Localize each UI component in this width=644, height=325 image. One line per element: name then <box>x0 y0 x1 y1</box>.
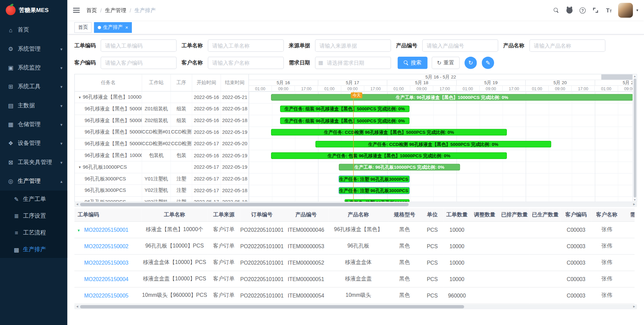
scroll-down-icon[interactable]: ▼ <box>633 198 636 201</box>
work-order-link[interactable]: MO202205150002 <box>84 243 128 249</box>
breadcrumb-item[interactable]: 生产管理 <box>105 7 126 14</box>
sidebar-item-fixture-management[interactable]: ⊠ 工装夹具管理 ▾ <box>0 153 67 172</box>
expand-icon[interactable]: ▾ <box>77 228 84 232</box>
sidebar-item-home[interactable]: ⌂ 首页 <box>0 20 67 39</box>
gantt-task-row[interactable]: 96孔移液盒【黑色】5000PCS Z02组装机 组装 2022-05-16 2… <box>75 115 249 127</box>
hamburger-icon[interactable] <box>73 10 80 10</box>
search-icon[interactable] <box>553 7 560 14</box>
gantt-bar-task[interactable]: 生产任务: 组装 96孔移液盒【黑色】5000PCS 完成比例: 0% <box>280 117 410 124</box>
search-button[interactable]: 搜索 <box>397 57 427 69</box>
sidebar-item-warehouse-management[interactable]: ▦ 仓储管理 ▾ <box>0 115 67 134</box>
table-header-12[interactable]: 客户编码 <box>560 208 591 221</box>
gantt-bar-task[interactable]: 生产任务: 注塑 96孔孔板3000PCS 完成比例: 0% <box>339 176 409 182</box>
collapse-icon[interactable]: ▾ <box>79 165 81 169</box>
sidebar-item-system-tools[interactable]: ⊞ 系统工具 ▾ <box>0 77 67 96</box>
customer-name-input[interactable] <box>208 57 284 69</box>
chevron-down-icon[interactable]: ▾ <box>636 8 638 12</box>
sidebar-item-system-management[interactable]: ⚙ 系统管理 ▾ <box>0 40 67 58</box>
gantt-task-row[interactable]: 96孔孔板3000PCS Y03注塑机 注塑 2022-05-17 2022-0… <box>75 197 249 202</box>
github-icon[interactable] <box>566 7 573 14</box>
sidebar-item-equipment-management[interactable]: ❖ 设备管理 ▾ <box>0 134 67 153</box>
gantt-bar-task[interactable]: 生产任务: 注塑 96孔孔板3000PCS 完成比例: 0% <box>339 187 409 194</box>
work-order-name-input[interactable] <box>208 40 284 52</box>
gantt-task-row[interactable]: ▾96孔移液盒【黑色】10000PCS 2022-05-16 2022-05-2… <box>75 92 249 103</box>
table-horizontal-scrollbar[interactable]: ◄ ► <box>74 304 637 309</box>
app-logo[interactable]: 苦糖果MES <box>0 0 67 20</box>
breadcrumb-item[interactable]: 首页 <box>86 7 97 14</box>
sidebar-item-production-management[interactable]: ◎ 生产管理 ▴ <box>0 172 67 191</box>
table-cell: PCS <box>421 271 443 287</box>
gantt-task-row[interactable]: 96孔孔板3000PCS Y01注塑机 注塑 2022-05-17 2022-0… <box>75 173 249 185</box>
reset-button[interactable]: ↻重置 <box>432 57 460 69</box>
gantt-bar-task[interactable]: 生产任务: CCD检测 96孔移液盒【黑色】5000PCS 完成比例: 0% <box>271 129 507 136</box>
sidebar-item-production-scheduling[interactable]: ▩ 生产排产 <box>0 241 67 258</box>
product-code-input[interactable] <box>422 40 498 52</box>
tab-home[interactable]: 首页 <box>74 22 92 33</box>
table-cell: ITEM00000052 <box>283 254 329 271</box>
collapse-icon[interactable]: ▾ <box>79 95 81 99</box>
table-header-4[interactable]: 产品编号 <box>283 208 329 221</box>
product-name-input[interactable] <box>529 40 605 52</box>
table-header-11[interactable]: 已生产数量 <box>530 208 561 221</box>
table-header-3[interactable]: 订单编号 <box>240 208 283 221</box>
work-order-link[interactable]: MO202205150001 <box>84 226 128 232</box>
scroll-up-icon[interactable]: ▲ <box>633 75 636 78</box>
table-header-13[interactable]: 客户名称 <box>591 208 622 221</box>
scroll-right-icon[interactable]: ► <box>633 305 636 308</box>
edit-circle-button[interactable]: ✎ <box>482 57 494 69</box>
filter-field-product-code: 产品编号 <box>396 40 498 52</box>
table-header-2[interactable]: 工单来源 <box>207 208 240 221</box>
table-header-7[interactable]: 单位 <box>421 208 443 221</box>
filter-label: 客户编码 <box>74 59 96 66</box>
work-order-link[interactable]: MO202205150003 <box>84 259 128 265</box>
demand-date-input[interactable] <box>315 57 391 69</box>
gantt-bar-order[interactable]: 生产工单: 96孔孔板10000PCS 完成比例: 0% <box>339 164 460 171</box>
gantt-task-row[interactable]: 96孔移液盒【黑色】10000PCS 包装机 包装 2022-05-16 202… <box>75 150 249 162</box>
gantt-task-row[interactable]: 96孔移液盒【黑色】5000PCS CCD检测#02 CCD检测 2022-05… <box>75 138 249 150</box>
scroll-left-icon[interactable]: ◄ <box>75 305 79 308</box>
sidebar-item-process-settings[interactable]: ≣ 工序设置 <box>0 207 67 224</box>
scrollbar-thumb[interactable] <box>80 203 409 206</box>
sidebar-item-process-flow[interactable]: ≡ 工艺流程 <box>0 224 67 241</box>
sidebar-item-master-data[interactable]: ▤ 主数据 ▾ <box>0 96 67 115</box>
table-header-10[interactable]: 已排产数量 <box>499 208 530 221</box>
gantt-task-row[interactable]: 96孔移液盒【黑色】5000PCS CCD检测#01 CCD检测 2022-05… <box>75 126 249 138</box>
work-order-code-input[interactable] <box>101 40 177 52</box>
table-header-0[interactable]: 工单编码 <box>74 208 142 221</box>
scrollbar-thumb[interactable] <box>80 305 464 308</box>
scrollbar-thumb[interactable] <box>634 78 636 198</box>
timeline-hour-label: 09:00 <box>618 86 632 92</box>
work-order-link[interactable]: MO202205150005 <box>84 292 128 298</box>
gantt-vertical-scrollbar[interactable]: ▲ ▼ <box>633 74 637 202</box>
font-size-icon[interactable]: TT <box>605 7 612 14</box>
table-header-6[interactable]: 规格型号 <box>388 208 421 221</box>
help-icon[interactable]: ? <box>579 7 586 14</box>
gantt-task-row[interactable]: ▾96孔孔板10000PCS 2022-05-17 2022-05-19 <box>75 162 249 173</box>
sidebar-item-production-work-order[interactable]: ✎ 生产工单 <box>0 191 67 207</box>
table-header-8[interactable]: 工单数量 <box>443 208 470 221</box>
sidebar-item-system-monitor[interactable]: ▣ 系统监控 ▾ <box>0 58 67 77</box>
tab-production-scheduling[interactable]: 生产排产 × <box>94 22 132 33</box>
refresh-circle-button[interactable]: ↻ <box>465 57 477 69</box>
gantt-bar-order[interactable]: 生产工单: 96孔移液盒【黑色】10000PCS 完成比例: 0% <box>271 94 633 101</box>
start-time-cell: 2022-05-17 <box>192 138 221 150</box>
gantt-bar-task[interactable]: 生产任务: CCD检测 96孔移液盒【黑色】5000PCS 完成比例: 0% <box>315 141 551 148</box>
table-header-14[interactable]: 需求日期 <box>622 208 635 221</box>
customer-code-input[interactable] <box>101 57 177 69</box>
source-document-input[interactable] <box>315 40 391 52</box>
work-order-link[interactable]: MO202205150004 <box>84 276 128 282</box>
gantt-bar-task[interactable]: 生产任务: 组装 96孔移液盒【黑色】5000PCS 完成比例: 0% <box>280 106 410 112</box>
gantt-bar-task[interactable]: 生产任务: 包装 96孔移液盒【黑色】10000PCS 完成比例: 0% <box>271 152 507 159</box>
gantt-task-row[interactable]: 96孔移液盒【黑色】5000PCS Z01组装机 组装 2022-05-16 2… <box>75 103 249 115</box>
close-icon[interactable]: × <box>125 25 128 30</box>
scroll-right-icon[interactable]: ► <box>633 203 636 206</box>
table-header-1[interactable]: 工单名称 <box>142 208 207 221</box>
gantt-bar-task[interactable]: 生产任务: 注塑 96孔孔板3000PCS 完成比例: 0% <box>344 199 410 202</box>
scroll-left-icon[interactable]: ◄ <box>75 203 79 206</box>
gantt-horizontal-scrollbar[interactable]: ◄ ► <box>74 202 637 207</box>
gantt-task-row[interactable]: 96孔孔板3000PCS Y02注塑机 注塑 2022-05-17 2022-0… <box>75 185 249 197</box>
table-header-5[interactable]: 产品名称 <box>329 208 388 221</box>
fullscreen-icon[interactable] <box>592 7 599 14</box>
avatar[interactable] <box>618 3 633 18</box>
table-header-9[interactable]: 调整数量 <box>470 208 499 221</box>
